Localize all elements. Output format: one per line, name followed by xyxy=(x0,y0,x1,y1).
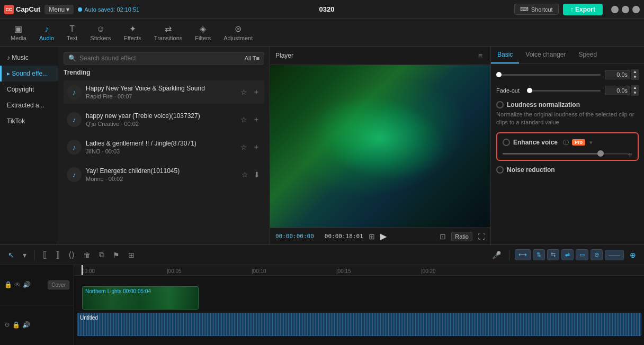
sidebar-item-tiktok[interactable]: TikTok xyxy=(0,113,58,129)
fade-in-decrement[interactable]: ▼ xyxy=(631,75,639,80)
audio-track-lock-button[interactable]: 🔒 xyxy=(12,321,20,329)
sidebar-item-copyright[interactable]: Copyright xyxy=(0,81,58,97)
noise-toggle-icon xyxy=(496,166,504,174)
shortcut-button[interactable]: ⌨ Shortcut xyxy=(514,4,559,15)
ratio-button[interactable]: Ratio xyxy=(451,232,472,241)
grid-view-button[interactable]: ⊞ xyxy=(369,232,375,241)
export-button[interactable]: ↑ Export xyxy=(563,4,603,15)
favorite-button[interactable]: ☆ xyxy=(239,141,248,153)
timeline-ruler: 00:00 |00:05 |00:10 |00:15 |00:20 xyxy=(74,265,644,276)
effects-icon: ✦ xyxy=(129,24,136,34)
favorite-button[interactable]: ☆ xyxy=(240,169,249,180)
enhance-slider[interactable]: + xyxy=(503,153,632,155)
menu-button[interactable]: Menu ▾ xyxy=(44,5,74,14)
toolbar-item-stickers[interactable]: ☺ Stickers xyxy=(84,22,117,43)
fade-out-increment[interactable]: ▲ xyxy=(631,85,639,90)
list-item[interactable]: ♪ Yay! Energetic children(1011045) Morin… xyxy=(64,163,264,186)
add-sound-button[interactable]: ＋ xyxy=(252,86,261,98)
loudness-description: Normalize the original loudness of the s… xyxy=(496,111,639,127)
toolbar-item-adjustment[interactable]: ⊜ Adjustment xyxy=(217,22,259,43)
split-button[interactable]: ⟦ xyxy=(40,248,50,261)
cover-button[interactable]: Cover xyxy=(48,280,69,289)
fade-in-slider[interactable] xyxy=(496,74,601,76)
link-button[interactable]: ⇆ xyxy=(547,249,559,260)
transform-button[interactable]: ⇌ xyxy=(561,249,574,260)
favorite-button[interactable]: ☆ xyxy=(239,114,248,125)
audio-track-volume-button[interactable]: 🔊 xyxy=(22,321,30,329)
tab-voice-changer[interactable]: Voice changer xyxy=(519,47,572,63)
track-eye-button[interactable]: 👁 xyxy=(14,281,21,288)
add-sound-button[interactable]: ＋ xyxy=(252,114,261,125)
export-label: Export xyxy=(575,6,595,13)
toolbar-separator xyxy=(34,250,35,260)
extra-button[interactable]: ⊞ xyxy=(126,249,137,261)
loudness-toggle[interactable]: Loudness normalization xyxy=(496,101,639,108)
add-sound-button[interactable]: ＋ xyxy=(252,141,261,153)
list-item[interactable]: ♪ Ladies & gentlemen! !! / Jingle(873071… xyxy=(64,135,264,159)
zoom-slider-button[interactable]: —— xyxy=(605,250,624,260)
toolbar: ▣ Media ♪ Audio T Text ☺ Stickers ✦ Effe… xyxy=(0,19,644,47)
toolbar-item-audio[interactable]: ♪ Audio xyxy=(33,22,60,43)
sidebar-item-extracted[interactable]: Extracted a... xyxy=(0,97,58,113)
toolbar-item-transitions[interactable]: ⇄ Transitions xyxy=(148,22,189,43)
logo-icon: CC xyxy=(4,5,14,14)
microphone-button[interactable]: 🎤 xyxy=(489,249,504,261)
toolbar-item-text[interactable]: T Text xyxy=(60,22,84,43)
fit-timeline-button[interactable]: ⊕ xyxy=(627,249,639,261)
fullscreen-button[interactable]: ⛶ xyxy=(478,232,485,241)
download-button[interactable]: ⬇ xyxy=(253,169,261,180)
maximize-button[interactable] xyxy=(622,6,629,13)
toolbar-item-effects[interactable]: ✦ Effects xyxy=(117,22,147,43)
all-filter-button[interactable]: All T≡ xyxy=(245,55,260,61)
copy-button[interactable]: ⧉ xyxy=(96,249,107,261)
trim-end-button[interactable]: ⟨⟩ xyxy=(66,248,77,261)
search-bar[interactable]: 🔍 All T≡ xyxy=(64,52,264,65)
play-button[interactable]: ▶ xyxy=(380,231,387,241)
audio-clip[interactable]: Untitled xyxy=(77,313,641,336)
fade-in-input[interactable] xyxy=(605,70,630,79)
search-input[interactable] xyxy=(79,55,241,62)
fade-out-decrement[interactable]: ▼ xyxy=(631,90,639,96)
fade-out-input[interactable] xyxy=(605,86,630,95)
favorite-button[interactable]: ☆ xyxy=(239,86,248,98)
audio-waveform xyxy=(77,313,641,335)
player-menu-button[interactable]: ≡ xyxy=(476,50,485,61)
music-note-icon: ♪ xyxy=(67,85,82,99)
audio-track-settings-button[interactable]: ⚙ xyxy=(4,321,10,329)
tab-basic[interactable]: Basic xyxy=(491,47,519,63)
sound-actions: ☆ ＋ xyxy=(239,141,261,153)
delete-button[interactable]: 🗑 xyxy=(80,249,93,261)
minimize-button[interactable] xyxy=(611,6,619,13)
tab-speed[interactable]: Speed xyxy=(572,47,603,63)
list-item[interactable]: ♪ happy new year (Treble voice)(1037327)… xyxy=(64,108,264,131)
link-icon: ⇆ xyxy=(551,251,556,258)
close-button[interactable] xyxy=(632,6,640,13)
track-lock-button[interactable]: 🔒 xyxy=(4,281,12,288)
audio-track: Untitled xyxy=(74,313,644,339)
fade-out-slider[interactable] xyxy=(527,90,601,92)
track-volume-button[interactable]: 🔊 xyxy=(23,281,31,288)
selection-tool-button[interactable]: ↖ xyxy=(5,249,17,261)
total-time: 00:00:18:01 xyxy=(325,233,363,240)
list-item[interactable]: ♪ Happy New Year Voice & Sparkling Sound… xyxy=(64,80,264,104)
video-clip[interactable]: Northern Lights 00:00:05:04 xyxy=(82,286,199,310)
split-audio-button[interactable]: ⟷ xyxy=(515,249,531,260)
playhead[interactable] xyxy=(82,265,83,275)
sync-button[interactable]: ⇅ xyxy=(533,249,545,260)
fit-screen-button[interactable]: ⊡ xyxy=(440,232,446,241)
caption-button[interactable]: ▭ xyxy=(576,249,588,260)
noise-reduction-toggle[interactable]: Noise reduction xyxy=(496,166,639,174)
music-note-icon: ♪ xyxy=(67,112,82,127)
toolbar-item-filters[interactable]: ◈ Filters xyxy=(189,22,217,43)
flag-button[interactable]: ⚑ xyxy=(110,249,122,261)
sidebar-item-sound-effects[interactable]: ▸ Sound effe... xyxy=(0,66,58,81)
enhance-toggle-icon[interactable] xyxy=(503,139,510,146)
selection-mode-button[interactable]: ▾ xyxy=(20,249,29,261)
trim-start-button[interactable]: ⟧ xyxy=(53,248,62,261)
fade-in-increment[interactable]: ▲ xyxy=(631,69,639,75)
toolbar-item-media[interactable]: ▣ Media xyxy=(4,22,33,43)
enhance-slider-thumb[interactable] xyxy=(597,150,604,157)
zoom-out-button[interactable]: ⊖ xyxy=(591,249,603,260)
sidebar-item-music[interactable]: ♪ Music xyxy=(0,50,58,66)
export-icon: ↑ xyxy=(570,6,575,13)
